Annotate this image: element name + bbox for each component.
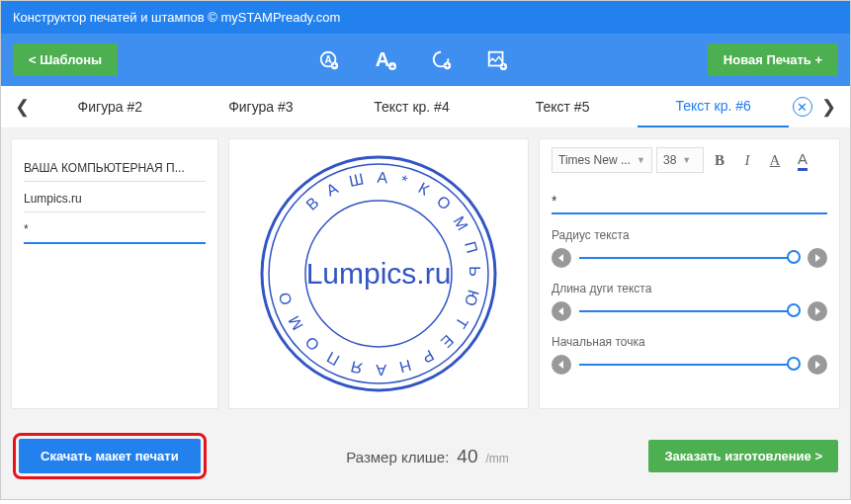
italic-button[interactable]: I [735, 147, 759, 173]
toolbar: < Шаблоны A+ A+ + + Новая Печать + [1, 34, 850, 86]
add-text-icon[interactable]: A+ [374, 49, 397, 71]
slider-increment[interactable] [808, 301, 827, 321]
size-label: Размер клише: [346, 449, 449, 465]
size-value: 40 [457, 446, 477, 467]
font-family-select[interactable]: Times New ...▼ [552, 147, 652, 173]
tab-text-cr-6[interactable]: Текст кр. #6 [638, 86, 789, 127]
arc-length-slider[interactable] [579, 310, 800, 312]
slider-label: Начальная точка [552, 335, 827, 349]
slider-increment[interactable] [808, 355, 827, 375]
slider-decrement[interactable] [552, 248, 571, 268]
start-point-slider[interactable] [579, 364, 800, 366]
font-size-select[interactable]: 38▼ [656, 147, 704, 173]
new-stamp-button[interactable]: Новая Печать + [708, 43, 838, 76]
add-shape-icon[interactable]: + [431, 49, 453, 71]
layer-item[interactable]: Lumpics.ru [24, 182, 206, 212]
add-image-icon[interactable]: + [486, 49, 508, 71]
svg-text:+: + [332, 61, 336, 70]
slider-label: Радиус текста [552, 228, 827, 242]
tab-figure-3[interactable]: Фигура #3 [186, 87, 337, 126]
tabs-bar: ❮ Фигура #2 Фигура #3 Текст кр. #4 Текст… [1, 86, 850, 128]
download-button[interactable]: Скачать макет печати [19, 439, 201, 473]
svg-text:A: A [324, 53, 332, 64]
add-circle-icon[interactable]: A+ [318, 49, 340, 71]
svg-text:A: A [375, 49, 388, 70]
tab-figure-2[interactable]: Фигура #2 [35, 87, 186, 126]
tab-close-icon[interactable]: ✕ [793, 97, 812, 117]
slider-decrement[interactable] [552, 301, 571, 321]
svg-text:+: + [501, 62, 505, 71]
stamp-center-text: Lumpics.ru [306, 257, 452, 290]
size-unit: /mm [486, 452, 509, 465]
stamp-preview: В А Ш А * К О М П Ь Ю Т Е Р Н А Я П О М … [228, 138, 529, 409]
download-highlight: Скачать макет печати [13, 433, 207, 479]
slider-decrement[interactable] [552, 355, 571, 375]
radius-slider[interactable] [579, 257, 800, 259]
bold-button[interactable]: B [708, 147, 731, 173]
svg-text:+: + [389, 62, 394, 71]
tab-text-cr-4[interactable]: Текст кр. #4 [336, 87, 487, 126]
bottom-bar: Скачать макет печати Размер клише: 40 /m… [1, 419, 850, 499]
text-color-button[interactable]: A [791, 147, 814, 173]
cliche-size: Размер клише: 40 /mm [218, 446, 638, 467]
layers-panel: ВАША КОМПЬЮТЕРНАЯ П... Lumpics.ru * [11, 138, 218, 409]
svg-text:+: + [445, 61, 449, 70]
layer-item[interactable]: * [24, 212, 206, 244]
text-input[interactable] [552, 185, 827, 214]
slider-increment[interactable] [808, 248, 827, 268]
tabs-scroll-left[interactable]: ❮ [9, 89, 35, 125]
properties-panel: Times New ...▼ 38▼ B I A A Радиус текста… [539, 138, 840, 409]
titlebar: Конструктор печатей и штампов © mySTAMPr… [1, 1, 850, 34]
underline-button[interactable]: A [763, 147, 787, 173]
tab-text-5[interactable]: Текст #5 [487, 87, 638, 126]
tabs-scroll-right[interactable]: ❯ [816, 89, 842, 125]
layer-item[interactable]: ВАША КОМПЬЮТЕРНАЯ П... [24, 151, 206, 182]
templates-button[interactable]: < Шаблоны [13, 43, 118, 76]
order-button[interactable]: Заказать изготовление > [648, 440, 838, 472]
slider-label: Длина дуги текста [552, 282, 827, 295]
